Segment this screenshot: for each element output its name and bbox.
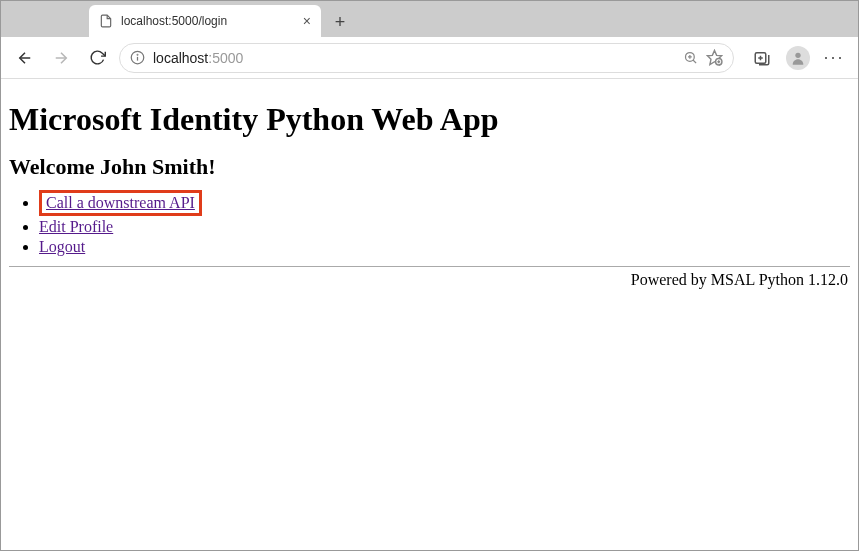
new-tab-button[interactable]: +: [325, 7, 355, 37]
nav-list: Call a downstream API Edit Profile Logou…: [9, 190, 850, 256]
svg-line-4: [693, 60, 696, 63]
close-tab-icon[interactable]: ×: [303, 13, 311, 29]
menu-button[interactable]: ···: [820, 44, 848, 72]
highlight-box: Call a downstream API: [39, 190, 202, 216]
browser-toolbar: localhost:5000 ···: [1, 37, 858, 79]
profile-avatar[interactable]: [786, 46, 810, 70]
address-port: :5000: [208, 50, 243, 66]
refresh-button[interactable]: [83, 44, 111, 72]
list-item: Call a downstream API: [39, 190, 850, 216]
info-icon[interactable]: [130, 50, 145, 65]
favorite-icon[interactable]: [706, 49, 723, 66]
list-item: Logout: [39, 238, 850, 256]
logout-link[interactable]: Logout: [39, 238, 85, 255]
list-item: Edit Profile: [39, 218, 850, 236]
browser-tab[interactable]: localhost:5000/login ×: [89, 5, 321, 37]
edit-profile-link[interactable]: Edit Profile: [39, 218, 113, 235]
address-text: localhost:5000: [153, 50, 675, 66]
divider: [9, 266, 850, 267]
svg-point-2: [137, 54, 138, 55]
tab-title: localhost:5000/login: [121, 14, 295, 28]
svg-point-14: [795, 52, 800, 57]
collections-icon[interactable]: [748, 44, 776, 72]
browser-tab-strip: localhost:5000/login × +: [1, 1, 858, 37]
page-content: Microsoft Identity Python Web App Welcom…: [1, 79, 858, 297]
call-api-link[interactable]: Call a downstream API: [46, 194, 195, 211]
zoom-icon[interactable]: [683, 50, 698, 65]
footer-text: Powered by MSAL Python 1.12.0: [9, 271, 850, 289]
back-button[interactable]: [11, 44, 39, 72]
address-bar[interactable]: localhost:5000: [119, 43, 734, 73]
page-title: Microsoft Identity Python Web App: [9, 101, 850, 138]
address-host: localhost: [153, 50, 208, 66]
welcome-heading: Welcome John Smith!: [9, 154, 850, 180]
forward-button: [47, 44, 75, 72]
page-icon: [99, 14, 113, 28]
